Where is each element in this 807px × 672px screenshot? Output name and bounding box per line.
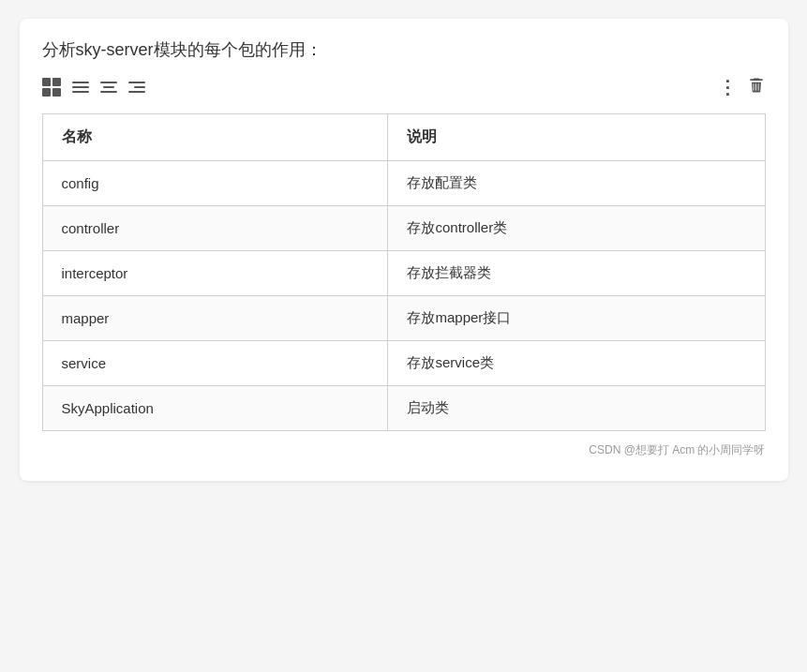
table-header-row: 名称 说明	[42, 114, 765, 161]
cell-name: mapper	[42, 296, 388, 341]
table-row: config存放配置类	[42, 161, 765, 206]
toolbar: ⋮	[42, 76, 766, 98]
table-row: SkyApplication启动类	[42, 386, 765, 431]
data-table: 名称 说明 config存放配置类controller存放controller类…	[42, 113, 766, 431]
list-center-icon[interactable]	[100, 82, 117, 93]
more-options-icon[interactable]: ⋮	[718, 76, 738, 98]
cell-description: 存放service类	[388, 341, 765, 386]
list-right-icon[interactable]	[128, 82, 145, 93]
table-row: controller存放controller类	[42, 206, 765, 251]
col-header-description: 说明	[388, 114, 765, 161]
page-title: 分析sky-server模块的每个包的作用：	[42, 37, 766, 63]
cell-name: interceptor	[42, 251, 388, 296]
toolbar-left	[42, 78, 145, 97]
toolbar-right: ⋮	[718, 76, 766, 98]
cell-description: 存放controller类	[388, 206, 765, 251]
list-full-icon[interactable]	[72, 82, 89, 93]
delete-icon[interactable]	[747, 76, 766, 98]
col-header-name: 名称	[42, 114, 388, 161]
table-row: interceptor存放拦截器类	[42, 251, 765, 296]
table-row: mapper存放mapper接口	[42, 296, 765, 341]
cell-description: 启动类	[388, 386, 765, 431]
cell-description: 存放mapper接口	[388, 296, 765, 341]
cell-description: 存放拦截器类	[388, 251, 765, 296]
cell-name: config	[42, 161, 388, 206]
footer-credit: CSDN @想要打 Acm 的小周同学呀	[42, 442, 766, 458]
cell-name: service	[42, 341, 388, 386]
cell-name: SkyApplication	[42, 386, 388, 431]
main-card: 分析sky-server模块的每个包的作用：	[20, 19, 788, 481]
grid-icon[interactable]	[42, 78, 61, 97]
cell-name: controller	[42, 206, 388, 251]
cell-description: 存放配置类	[388, 161, 765, 206]
table-row: service存放service类	[42, 341, 765, 386]
